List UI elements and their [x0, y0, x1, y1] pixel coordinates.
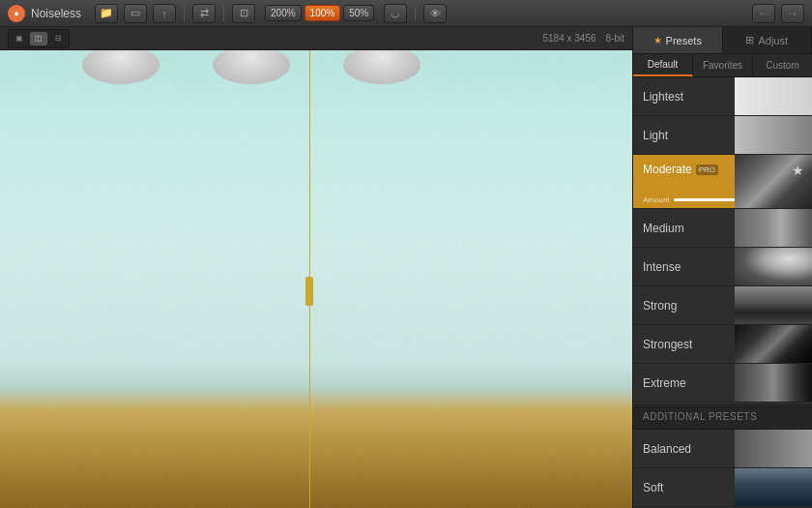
zoom-200-btn[interactable]: 200% — [265, 5, 302, 21]
preset-lightest-thumb — [735, 77, 812, 115]
preset-soft[interactable]: Soft — [633, 468, 812, 507]
image-bit-depth: 8-bit — [606, 33, 624, 44]
zoom-50-btn[interactable]: 50% — [343, 5, 374, 21]
filter-default-tab[interactable]: Default — [633, 54, 693, 76]
preset-strongest-thumb — [735, 325, 812, 363]
star-icon: ★ — [653, 35, 662, 45]
toolbar: ● Noiseless 📁 ▭ ↑ ⇄ ⊡ 200% 100% 50% ◡ 👁 … — [0, 0, 812, 27]
preset-balanced-thumb — [735, 430, 812, 467]
preset-intense-thumb — [735, 248, 812, 285]
panel-tabs: ★ Presets ⊞ Adjust — [633, 27, 812, 54]
split-view-btn[interactable]: ◫ — [30, 32, 47, 45]
preset-moderate[interactable]: Moderate PRO Amount 100% ★ — [633, 155, 812, 209]
separator-2 — [223, 6, 224, 21]
presets-tab[interactable]: ★ Presets — [633, 27, 723, 53]
image-area: ▣ ◫ ⊟ 5184 x 3456 8-bit — [0, 27, 632, 508]
adjust-tab[interactable]: ⊞ Adjust — [723, 27, 813, 53]
histogram-btn[interactable]: ◡ — [384, 4, 407, 23]
main-content: ▣ ◫ ⊟ 5184 x 3456 8-bit ★ — [0, 27, 812, 508]
preset-strongest[interactable]: Strongest — [633, 325, 812, 364]
side-by-side-view-btn[interactable]: ⊟ — [49, 32, 67, 45]
app-title: Noiseless — [31, 7, 81, 20]
preset-medium-thumb — [735, 209, 812, 247]
preset-balanced[interactable]: Balanced — [633, 430, 812, 468]
zoom-group: 200% 100% 50% — [265, 5, 374, 21]
additional-presets-header: Additional Presets — [633, 403, 812, 430]
single-view-btn[interactable]: ▣ — [11, 32, 28, 45]
image-canvas — [0, 50, 632, 508]
open-folder-btn[interactable]: 📁 — [95, 4, 118, 23]
separator-3 — [415, 6, 416, 21]
separator-1 — [184, 6, 185, 21]
preset-lightest[interactable]: Lightest — [633, 77, 812, 116]
pro-badge: PRO — [696, 164, 718, 175]
view-btn[interactable]: ▭ — [124, 4, 147, 23]
filter-custom-tab[interactable]: Custom — [753, 54, 812, 76]
adjust-icon: ⊞ — [745, 34, 754, 46]
preset-light[interactable]: Light — [633, 116, 812, 155]
compare-btn[interactable]: ⇄ — [192, 4, 216, 23]
eyedropper-btn[interactable]: 👁 — [423, 4, 447, 23]
noise-overlay — [0, 50, 632, 508]
filter-tabs: Default Favorites Custom — [633, 54, 812, 77]
preset-extreme-thumb — [735, 364, 812, 402]
preset-extreme[interactable]: Extreme — [633, 364, 812, 403]
zoom-100-btn[interactable]: 100% — [304, 5, 341, 21]
image-dimensions: 5184 x 3456 — [542, 33, 595, 44]
app-icon: ● — [8, 5, 25, 22]
preset-medium[interactable]: Medium — [633, 209, 812, 248]
next-btn[interactable]: → — [781, 4, 804, 23]
prev-btn[interactable]: ← — [752, 4, 775, 23]
image-info: 5184 x 3456 8-bit — [542, 33, 624, 44]
right-panel: ★ Presets ⊞ Adjust Default Favorites Cus… — [632, 27, 812, 508]
preset-strong[interactable]: Strong — [633, 286, 812, 325]
share-btn[interactable]: ↑ — [153, 4, 176, 23]
secondary-toolbar: ▣ ◫ ⊟ 5184 x 3456 8-bit — [0, 27, 632, 50]
view-mode-group: ▣ ◫ ⊟ — [8, 29, 70, 48]
split-handle[interactable] — [305, 277, 313, 306]
preset-strong-thumb — [735, 286, 812, 324]
preset-light-thumb — [735, 116, 812, 154]
preset-intense[interactable]: Intense — [633, 248, 812, 286]
filter-favorites-tab[interactable]: Favorites — [693, 54, 753, 76]
preset-list: Lightest Light Moderate PRO Amount — [633, 77, 812, 508]
favorite-star-moderate[interactable]: ★ — [792, 163, 804, 178]
preset-soft-thumb — [735, 468, 812, 506]
fit-btn[interactable]: ⊡ — [232, 4, 255, 23]
